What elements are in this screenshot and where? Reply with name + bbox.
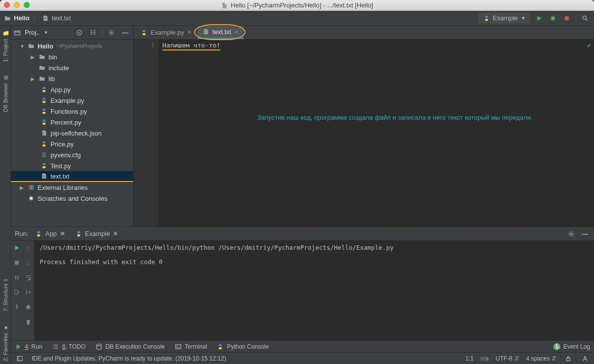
bottom-tab-terminal[interactable]: Terminal [175,343,207,350]
zoom-window-icon[interactable] [24,2,30,8]
macos-titlebar: Hello [~/PycharmProjects/Hello] - .../te… [0,0,594,11]
tree-file[interactable]: pyvenv.cfg [11,149,133,160]
tree-project-root[interactable]: ▼ Hello ~/PycharmProjects [11,41,133,51]
bottom-tab-event-log[interactable]: 1Event Log [553,343,590,350]
project-tool-tab[interactable]: 1: Project📁 [1,28,9,65]
breadcrumb-file[interactable]: text.txt [52,14,71,22]
inspection-ok-icon[interactable]: ✔ [587,42,591,49]
close-tab-icon[interactable]: ✕ [234,29,239,35]
bottom-tab-todo[interactable]: 6: TODO [52,343,86,350]
folder-icon [28,43,35,49]
bottom-tool-tabs: 4: Run 6: TODO DB Execution Console Term… [11,340,594,352]
tree-scratches[interactable]: Scratches and Consoles [11,193,133,204]
run-tab-example[interactable]: Example✕ [72,229,122,238]
trash-button[interactable] [23,317,33,327]
tree-file[interactable]: {}pip-selfcheck.json [11,128,133,138]
hide-panel-button[interactable]: — [580,229,590,239]
status-message[interactable]: IDE and Plugin Updates: PyCharm is ready… [32,355,226,362]
close-window-icon[interactable] [4,2,10,8]
notification-badge: 1 [553,343,560,350]
bottom-tab-db-console[interactable]: DB Execution Console [96,343,165,350]
stop-button[interactable] [12,258,22,268]
folder-icon [4,15,11,22]
tree-file[interactable]: Example.py [11,95,133,106]
tree-file[interactable]: Functions.py [11,106,133,117]
tree-file[interactable]: Test.py [11,160,133,171]
svg-rect-3 [15,31,20,35]
rerun-button[interactable] [12,243,22,253]
text-file-icon [41,173,48,180]
editor-content[interactable]: Напишем что-то! ✔ Запустив наш код, прог… [158,40,594,227]
editor-area: Example.py ✕ text.txt ✕ 1 Напишем что-то… [134,26,594,227]
database-icon: ◍ [2,75,8,81]
caret-down-icon: ▼ [20,44,25,49]
stop-button[interactable] [562,13,572,23]
up-button[interactable]: ↑ [23,243,33,253]
tree-file[interactable]: Price.py [11,138,133,149]
pin-button[interactable] [12,302,22,312]
tree-file[interactable]: Percent.py [11,117,133,128]
caret-position[interactable]: 1:1 [465,355,474,362]
tree-folder-lib[interactable]: ▶lib [11,73,133,84]
tree-external-libraries[interactable]: ▶External Libraries [11,182,133,193]
db-browser-tool-tab[interactable]: DB Browser◍ [1,72,9,115]
tree-file[interactable]: App.py [11,84,133,95]
file-icon [221,2,228,9]
svg-rect-13 [15,261,19,265]
run-tool-window: Run: App✕ Example✕ — [11,227,594,340]
svg-rect-8 [29,185,30,189]
editor-tab-example-py[interactable]: Example.py ✕ [136,26,197,39]
tree-file-text-txt[interactable]: text.txt [11,171,133,182]
bottom-tab-python-console[interactable]: Python Console [217,343,269,350]
run-button[interactable] [534,13,544,23]
tool-windows-toggle-icon[interactable] [15,354,25,364]
indent-selector[interactable]: 4 spaces ⇵ [526,355,556,362]
gear-icon[interactable] [106,28,116,38]
run-tab-app[interactable]: App✕ [32,229,68,238]
svg-point-5 [79,32,80,33]
debug-button[interactable] [548,13,558,23]
favorites-tool-tab[interactable]: 2: Favorites★ [1,321,9,364]
svg-rect-1 [565,16,569,20]
hide-panel-button[interactable]: — [120,28,130,38]
tree-folder-bin[interactable]: ▶bin [11,51,133,62]
svg-rect-17 [27,305,30,307]
close-icon[interactable]: ✕ [60,230,65,237]
lock-icon[interactable] [563,354,573,364]
editor-tab-text-txt[interactable]: text.txt ✕ [198,26,244,39]
print-button[interactable] [23,302,33,312]
down-button[interactable]: ↓ [23,258,33,268]
minimize-window-icon[interactable] [14,2,20,8]
svg-rect-10 [32,185,33,189]
locate-file-button[interactable] [74,28,84,38]
collapse-all-button[interactable] [88,28,98,38]
encoding-selector[interactable]: UTF-8 ⇵ [495,355,519,362]
folder-icon [39,75,46,82]
python-icon [75,230,82,237]
breadcrumb-project[interactable]: Hello [14,14,30,22]
bottom-tab-run[interactable]: 4: Run [15,343,42,350]
structure-tool-tab[interactable]: 7: Structure⦀ [1,276,9,315]
pause-button[interactable] [12,273,22,282]
close-icon[interactable]: ✕ [113,230,118,237]
search-everywhere-button[interactable] [580,13,590,23]
gear-icon[interactable] [566,229,576,239]
ide-person-icon[interactable] [580,354,590,364]
python-icon [217,343,224,350]
window-controls [4,2,30,8]
exit-button[interactable] [12,287,22,297]
close-tab-icon[interactable]: ✕ [187,29,192,36]
tree-folder-include[interactable]: include [11,62,133,73]
editor-line-1: Напишем что-то! [162,42,220,50]
scroll-to-end-button[interactable] [23,287,33,297]
run-console-output[interactable]: /Users/dmitriy/PycharmProjects/Hello/bin… [35,241,594,340]
status-na[interactable]: n/a [481,355,489,362]
svg-point-24 [584,356,586,358]
python-file-icon [41,108,48,115]
navigation-bar: Hello 〉 text.txt Example ▼ [0,11,594,26]
play-icon [15,343,22,350]
run-configuration-dropdown[interactable]: Example ▼ [479,13,530,23]
project-panel-title[interactable]: Proj.. [25,29,40,36]
soft-wrap-button[interactable] [23,273,33,282]
chevron-down-icon[interactable]: ▼ [44,30,48,35]
